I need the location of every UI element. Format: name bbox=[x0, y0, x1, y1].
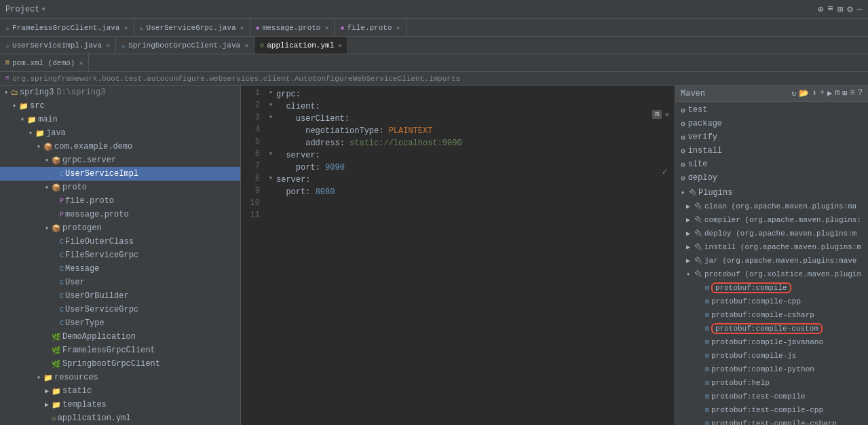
tab-close[interactable]: ✕ bbox=[396, 24, 400, 32]
tab-fileproto[interactable]: ◈ file.proto ✕ bbox=[335, 19, 406, 37]
add-icon[interactable]: + bbox=[820, 88, 825, 98]
goal-label: protobuf:compile-python bbox=[711, 365, 814, 373]
expand-arrow: ▶ bbox=[686, 229, 693, 238]
tree-item-resources[interactable]: ▾ 📁 resources bbox=[0, 371, 240, 384]
folder-open-icon[interactable]: 📂 bbox=[799, 88, 809, 98]
tree-item-user[interactable]: C User bbox=[0, 276, 240, 289]
fold-icon[interactable]: ▾ bbox=[269, 88, 273, 96]
maven-goal-protobuf-compile-csharp[interactable]: m protobuf:compile-csharp bbox=[692, 308, 868, 322]
java-icon: ☕ bbox=[121, 41, 126, 50]
grid-icon[interactable]: ⊞ bbox=[837, 3, 843, 15]
list-icon[interactable]: ≡ bbox=[827, 3, 833, 15]
tree-label: java bbox=[46, 128, 66, 138]
tree-label: FileOuterClass bbox=[65, 237, 134, 246]
maven-item-deploy[interactable]: ⚙ deploy bbox=[675, 171, 868, 185]
tab-close[interactable]: ✕ bbox=[324, 24, 328, 32]
tab-applicationyml[interactable]: ⚙ application.yml ✕ bbox=[254, 37, 348, 54]
tab-close[interactable]: ✕ bbox=[240, 24, 244, 32]
run-icon[interactable]: ▶ bbox=[827, 88, 832, 98]
tree-item-spring3[interactable]: ▾ 🗂 spring3 D:\spring3 bbox=[0, 86, 240, 99]
close-badge-button[interactable]: ✕ bbox=[664, 110, 669, 119]
tab-userservicegrpc[interactable]: ☕ UserServiceGrpc.java ✕ bbox=[134, 19, 250, 37]
maven-plugin-compiler[interactable]: ▶ 🔌 compiler (org.apache.maven.plugins: bbox=[681, 213, 868, 227]
tree-item-usertype[interactable]: C UserType bbox=[0, 316, 240, 330]
tab-close[interactable]: ✕ bbox=[106, 41, 110, 50]
fold-icon[interactable]: ▾ bbox=[269, 100, 273, 109]
tree-label: Message bbox=[65, 264, 99, 274]
maven-item-install[interactable]: ⚙ install bbox=[675, 144, 868, 158]
maven-plugin-install[interactable]: ▶ 🔌 install (org.apache.maven.plugins:m bbox=[681, 240, 868, 254]
add-icon[interactable]: ⊕ bbox=[818, 3, 823, 15]
main-area: ▾ 🗂 spring3 D:\spring3 ▾ 📁 src ▾ 📁 main … bbox=[0, 86, 868, 425]
tree-item-com-example-demo[interactable]: ▾ 📦 com.example.demo bbox=[0, 140, 240, 153]
list-icon[interactable]: ≡ bbox=[850, 88, 855, 98]
tree-item-userserviceimpl[interactable]: C UserServiceImpl bbox=[0, 167, 240, 181]
tree-item-fileproto[interactable]: P file.proto bbox=[0, 194, 240, 208]
fold-icon[interactable]: ▾ bbox=[269, 174, 273, 182]
minimize-icon[interactable]: — bbox=[857, 3, 863, 15]
maven-plugin-deploy[interactable]: ▶ 🔌 deploy (org.apache.maven.plugins:m bbox=[681, 227, 868, 240]
maven-goal-protobuf-compile-js[interactable]: m protobuf:compile-js bbox=[692, 349, 868, 363]
tree-item-fileouterclass[interactable]: C FileOuterClass bbox=[0, 235, 240, 248]
maven-plugin-protobuf[interactable]: ▾ 🔌 protobuf (org.xolstice.maven.plugin bbox=[681, 267, 868, 281]
goal-label: protobuf:compile-csharp bbox=[711, 311, 814, 319]
tree-item-static[interactable]: ▶ 📁 static bbox=[0, 384, 240, 398]
maven-goal-protobuf-help[interactable]: m protobuf:help bbox=[692, 376, 868, 390]
tab-close[interactable]: ✕ bbox=[244, 41, 248, 50]
tab-springbootgrpcclient[interactable]: ☕ SpringbootGrpcClient.java ✕ bbox=[116, 37, 254, 54]
maven-plugin-clean[interactable]: ▶ 🔌 clean (org.apache.maven.plugins:ma bbox=[681, 200, 868, 213]
editor-line-6: 6 ▾ server: bbox=[241, 149, 675, 162]
tree-item-messageproto[interactable]: P message.proto bbox=[0, 208, 240, 221]
maven-goal-protobuf-compile-javanano[interactable]: m protobuf:compile-javanano bbox=[692, 335, 868, 349]
plugin-icon: 🔌 bbox=[694, 202, 702, 210]
tab-pomxml[interactable]: m pom.xml (demo) ✕ bbox=[0, 54, 89, 72]
refresh-icon[interactable]: ↻ bbox=[791, 88, 796, 98]
tab-close[interactable]: ✕ bbox=[338, 41, 342, 50]
editor-content[interactable]: ✓ m ✕ 1 ▾ grpc: 2 ▾ client: 3 ▾ bbox=[241, 86, 675, 425]
maven-item-package[interactable]: ⚙ package bbox=[675, 117, 868, 130]
maven-plugins-header[interactable]: ▾ 🔌 Plugins bbox=[675, 186, 868, 200]
tree-item-grpc-server[interactable]: ▾ 📦 grpc.server bbox=[0, 153, 240, 167]
m-icon[interactable]: m bbox=[835, 88, 839, 98]
maven-goal-protobuf-test-compile-cpp[interactable]: m protobuf:test-compile-cpp bbox=[692, 403, 868, 417]
tree-item-templates[interactable]: ▶ 📁 templates bbox=[0, 398, 240, 411]
maven-goal-protobuf-compile-python[interactable]: m protobuf:compile-python bbox=[692, 363, 868, 376]
tree-item-main[interactable]: ▾ 📁 main bbox=[0, 113, 240, 126]
tab-close[interactable]: ✕ bbox=[124, 24, 128, 32]
download-icon[interactable]: ⬇ bbox=[812, 88, 816, 98]
maven-item-verify[interactable]: ⚙ verify bbox=[675, 130, 868, 144]
tree-item-userservicegrpc[interactable]: C UserServiceGrpc bbox=[0, 303, 240, 316]
maven-header: Maven ↻ 📂 ⬇ + ▶ m ⊞ ≡ ? bbox=[675, 86, 868, 102]
help-icon[interactable]: ? bbox=[858, 88, 863, 98]
tree-item-demoapplication[interactable]: 🌿 DemoApplication bbox=[0, 330, 240, 344]
tree-item-proto[interactable]: ▾ 📦 proto bbox=[0, 181, 240, 194]
maven-item-site[interactable]: ⚙ site bbox=[675, 158, 868, 171]
maven-goal-protobuf-compile-cpp[interactable]: m protobuf:compile-cpp bbox=[692, 295, 868, 308]
fold-icon[interactable]: ▾ bbox=[269, 149, 273, 158]
maven-goal-protobuf-test-compile[interactable]: m protobuf:test-compile bbox=[692, 390, 868, 403]
maven-item-test[interactable]: ⚙ test bbox=[675, 103, 868, 117]
settings-icon[interactable]: ⚙ bbox=[847, 3, 852, 15]
tab-close[interactable]: ✕ bbox=[79, 59, 83, 67]
tree-item-fileservicegrpc[interactable]: C FileServiceGrpc bbox=[0, 248, 240, 262]
goal-icon: m bbox=[705, 312, 709, 319]
layout-icon[interactable]: ⊞ bbox=[842, 88, 847, 98]
maven-goal-protobuf-compile-custom[interactable]: m protobuf:compile-custom bbox=[692, 322, 868, 335]
tree-item-applicationyml[interactable]: ⚙ application.yml bbox=[0, 411, 240, 425]
line-number: 10 bbox=[241, 198, 265, 208]
tree-item-userorbuilder[interactable]: C UserOrBuilder bbox=[0, 289, 240, 303]
tree-item-src[interactable]: ▾ 📁 src bbox=[0, 99, 240, 113]
tree-item-protogen[interactable]: ▾ 📦 protogen bbox=[0, 221, 240, 235]
dropdown-arrow[interactable]: ▾ bbox=[41, 4, 45, 14]
tree-item-java[interactable]: ▾ 📁 java bbox=[0, 126, 240, 140]
tree-item-springbootgrpcclient[interactable]: 🌿 SpringbootGrpcClient bbox=[0, 357, 240, 371]
maven-plugin-jar[interactable]: ▶ 🔌 jar (org.apache.maven.plugins:mave bbox=[681, 254, 868, 267]
tree-item-message[interactable]: C Message bbox=[0, 262, 240, 276]
tree-item-framelessgrpcclient[interactable]: 🌿 FramelessGrpcClient bbox=[0, 344, 240, 357]
maven-goal-protobuf-test-compile-csharp[interactable]: m protobuf:test-compile-csharp bbox=[692, 417, 868, 425]
maven-goal-protobuf-compile[interactable]: m protobuf:compile bbox=[692, 281, 868, 295]
tab-messageproto[interactable]: ◈ message.proto ✕ bbox=[250, 19, 335, 37]
tab-userserviceimpl[interactable]: ☕ UserServiceImpl.java ✕ bbox=[0, 37, 116, 54]
fold-icon[interactable]: ▾ bbox=[269, 113, 273, 121]
tab-framelessgrpcclient[interactable]: ☕ FramelessGrpcClient.java ✕ bbox=[0, 19, 134, 37]
